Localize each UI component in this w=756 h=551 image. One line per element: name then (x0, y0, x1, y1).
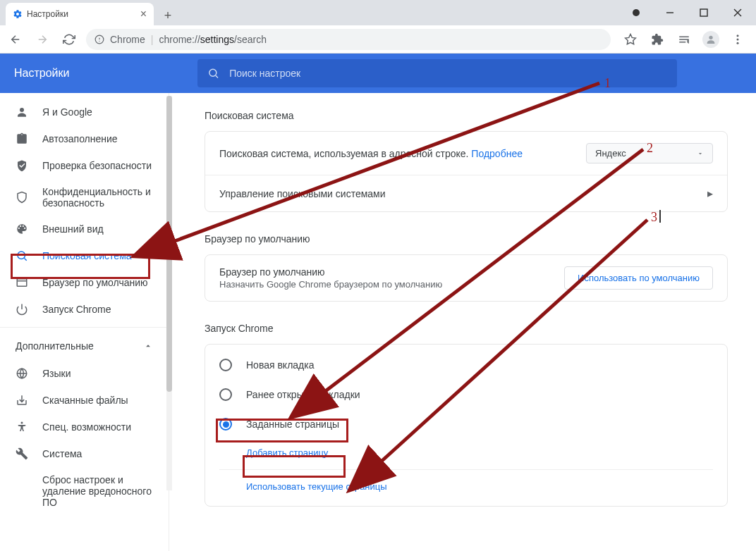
startup-card: Новая вкладка Ранее открытые вкладки Зад… (205, 344, 728, 507)
accessibility-icon (16, 421, 28, 433)
learn-more-link[interactable]: Подробнее (471, 148, 523, 159)
sidebar-item-privacy[interactable]: Конфиденциальность и безопасность (0, 179, 169, 216)
sidebar-item-downloads[interactable]: Скачанные файлы (0, 387, 169, 414)
sidebar-item-languages[interactable]: Языки (0, 360, 169, 387)
svg-marker-7 (626, 34, 636, 44)
search-engine-dropdown[interactable]: Яндекс (586, 143, 713, 163)
close-tab-icon[interactable]: × (140, 8, 147, 20)
svg-point-8 (709, 35, 712, 39)
profile-avatar[interactable] (702, 31, 719, 48)
add-page-link[interactable]: Добавить страницу (205, 439, 727, 466)
sidebar-item-reset[interactable]: Сброс настроек и удаление вредоносного П… (0, 467, 169, 515)
wrench-icon (16, 447, 28, 460)
svg-point-14 (20, 108, 24, 112)
sidebar-item-search-engine[interactable]: Поисковая система (0, 242, 169, 269)
search-icon (207, 67, 219, 80)
minimize-button[interactable] (660, 3, 680, 23)
radio-label: Заданные страницы (246, 419, 339, 430)
sidebar-item-label: Скачанные файлы (42, 395, 128, 406)
radio-icon (219, 388, 232, 401)
sidebar-item-default-browser[interactable]: Браузер по умолчанию (0, 269, 169, 296)
person-icon (16, 106, 28, 118)
sidebar-item-label: Запуск Chrome (42, 304, 111, 315)
toolbar-right-icons (618, 31, 750, 48)
svg-point-6 (99, 40, 99, 41)
startup-radio-list: Новая вкладка Ранее открытые вкладки Зад… (205, 345, 727, 506)
sidebar-item-label: Проверка безопасности (42, 160, 152, 171)
sidebar-item-startup[interactable]: Запуск Chrome (0, 296, 169, 323)
svg-line-16 (24, 258, 26, 260)
svg-point-10 (737, 38, 739, 40)
reading-list-icon[interactable] (676, 31, 693, 48)
settings-title: Настройки (14, 67, 197, 80)
sidebar-scrollbar-thumb[interactable] (166, 96, 172, 392)
radio-label: Ранее открытые вкладки (246, 389, 360, 400)
default-browser-sub: Назначить Google Chrome браузером по умо… (219, 279, 442, 290)
tab-title: Настройки (27, 9, 136, 19)
sidebar-item-autofill[interactable]: Автозаполнение (0, 125, 169, 152)
extensions-icon[interactable] (649, 31, 666, 48)
forward-button[interactable] (32, 30, 52, 49)
sidebar-item-system[interactable]: Система (0, 440, 169, 467)
manage-search-engines-text: Управление поисковыми системами (219, 188, 386, 199)
back-button[interactable] (6, 30, 25, 49)
svg-line-13 (216, 75, 218, 78)
sidebar: Я и Google Автозаполнение Проверка безоп… (0, 93, 169, 551)
reload-button[interactable] (59, 30, 79, 49)
text-cursor (659, 210, 661, 223)
clipboard-icon (16, 132, 28, 145)
maximize-button[interactable] (694, 3, 714, 23)
startup-option-specific-pages[interactable]: Заданные страницы (205, 409, 727, 439)
incognito-icon[interactable] (626, 3, 646, 23)
radio-label: Новая вкладка (246, 359, 315, 371)
sidebar-item-label: Конфиденциальность и безопасность (42, 186, 153, 209)
svg-point-12 (209, 69, 217, 76)
bookmark-star-icon[interactable] (622, 31, 639, 48)
use-current-pages-link[interactable]: Использовать текущие страницы (205, 473, 727, 500)
sidebar-advanced-label: Дополнительные (16, 340, 94, 352)
startup-option-new-tab[interactable]: Новая вкладка (205, 350, 727, 380)
sidebar-item-label: Поисковая система (42, 250, 132, 261)
settings-search-box[interactable] (197, 59, 677, 87)
startup-option-continue[interactable]: Ранее открытые вкладки (205, 380, 727, 409)
browser-tab[interactable]: Настройки × (6, 3, 154, 25)
sidebar-item-label: Спец. возможности (42, 421, 131, 433)
svg-point-15 (18, 252, 25, 259)
sidebar-item-label: Внешний вид (42, 223, 104, 235)
svg-point-11 (737, 42, 739, 44)
search-engine-card: Поисковая система, используемая в адресн… (205, 131, 728, 212)
sidebar-item-you-and-google[interactable]: Я и Google (0, 99, 169, 125)
sidebar-item-security-check[interactable]: Проверка безопасности (0, 152, 169, 179)
sidebar-item-label: Сброс настроек и удаление вредоносного П… (42, 474, 153, 508)
dropdown-value: Яндекс (595, 148, 626, 159)
window-icon (16, 276, 28, 289)
sidebar-item-label: Языки (42, 368, 71, 379)
svg-rect-17 (17, 279, 27, 287)
new-tab-button[interactable]: + (158, 6, 178, 25)
section-title-search: Поисковая система (205, 110, 728, 121)
settings-gear-icon (13, 9, 23, 19)
separator (219, 469, 713, 470)
sidebar-item-label: Я и Google (42, 106, 92, 118)
url-text: chrome://settings/search (159, 34, 267, 45)
default-browser-card: Браузер по умолчанию Назначить Google Ch… (205, 254, 728, 302)
toolbar: Chrome | chrome://settings/search (0, 25, 756, 54)
menu-dots-icon[interactable] (729, 31, 746, 48)
radio-checked-icon (219, 418, 232, 431)
address-bar[interactable]: Chrome | chrome://settings/search (86, 29, 611, 50)
manage-search-engines-row[interactable]: Управление поисковыми системами ▸ (205, 175, 727, 211)
window-controls (618, 0, 756, 25)
url-label: Chrome (110, 34, 145, 45)
search-engine-text: Поисковая система, используемая в адресн… (219, 148, 523, 159)
close-window-button[interactable] (728, 3, 748, 23)
sidebar-item-appearance[interactable]: Внешний вид (0, 216, 169, 242)
palette-icon (16, 223, 28, 235)
download-icon (16, 394, 28, 407)
set-default-button[interactable]: Использовать по умолчанию (564, 266, 713, 290)
site-info-icon (94, 35, 104, 44)
settings-search-input[interactable] (229, 68, 667, 79)
svg-point-22 (21, 422, 23, 424)
sidebar-item-accessibility[interactable]: Спец. возможности (0, 414, 169, 440)
shield-check-icon (16, 159, 28, 172)
sidebar-advanced-toggle[interactable]: Дополнительные (0, 332, 169, 360)
